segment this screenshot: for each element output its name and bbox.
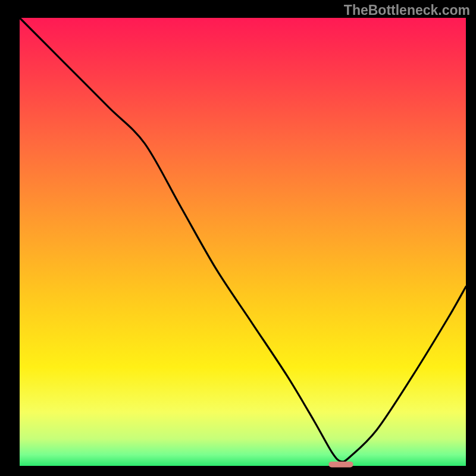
watermark-text: TheBottleneck.com [344, 2, 470, 18]
bottleneck-chart [0, 0, 476, 476]
chart-container: TheBottleneck.com [0, 0, 476, 476]
optimal-marker [328, 462, 353, 468]
